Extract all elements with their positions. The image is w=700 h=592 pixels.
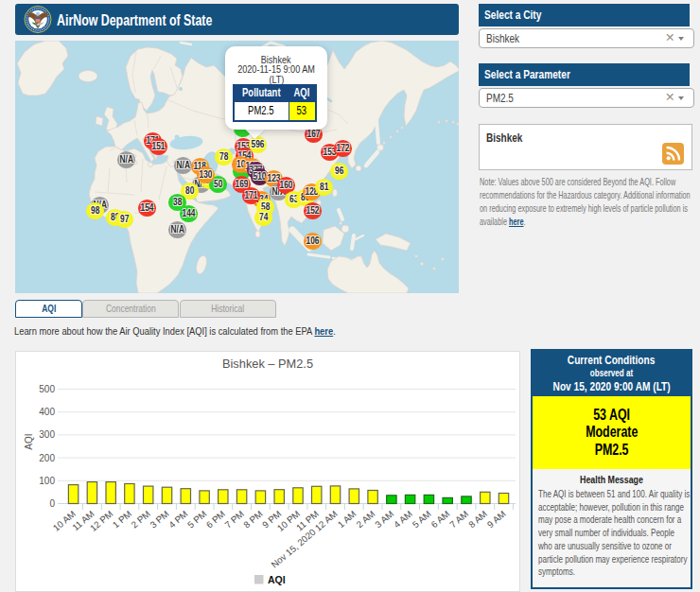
svg-text:6 PM: 6 PM bbox=[204, 509, 227, 531]
svg-text:200: 200 bbox=[39, 453, 55, 463]
svg-text:500: 500 bbox=[39, 384, 55, 394]
svg-text:8 AM: 8 AM bbox=[466, 509, 489, 531]
svg-text:5 AM: 5 AM bbox=[411, 509, 433, 531]
svg-text:4 PM: 4 PM bbox=[166, 509, 189, 531]
svg-text:7 PM: 7 PM bbox=[222, 509, 245, 531]
svg-text:AQI: AQI bbox=[24, 433, 34, 449]
svg-text:1 AM: 1 AM bbox=[336, 509, 359, 531]
svg-text:7 AM: 7 AM bbox=[447, 509, 470, 531]
svg-text:1 PM: 1 PM bbox=[111, 509, 133, 531]
svg-text:100: 100 bbox=[39, 476, 55, 486]
svg-text:8 PM: 8 PM bbox=[241, 509, 264, 531]
svg-text:Bishkek – PM2.5: Bishkek – PM2.5 bbox=[222, 357, 313, 371]
svg-text:2 PM: 2 PM bbox=[130, 509, 152, 531]
svg-text:300: 300 bbox=[39, 429, 55, 440]
svg-text:4 AM: 4 AM bbox=[392, 509, 414, 531]
svg-text:AQI: AQI bbox=[268, 574, 286, 585]
svg-text:6 AM: 6 AM bbox=[429, 509, 452, 531]
svg-text:400: 400 bbox=[39, 407, 55, 417]
svg-text:9 AM: 9 AM bbox=[485, 509, 508, 531]
svg-text:0: 0 bbox=[49, 498, 55, 509]
svg-text:3 PM: 3 PM bbox=[148, 509, 170, 531]
svg-text:2 AM: 2 AM bbox=[354, 509, 376, 531]
svg-text:3 AM: 3 AM bbox=[373, 509, 395, 531]
svg-text:5 PM: 5 PM bbox=[185, 509, 208, 531]
